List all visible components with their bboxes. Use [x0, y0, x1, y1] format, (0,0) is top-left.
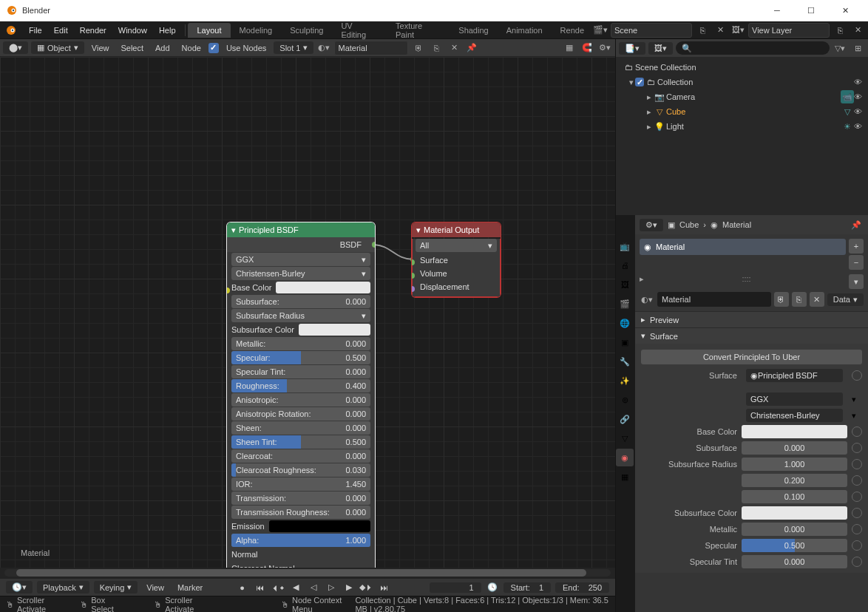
unlink-icon[interactable]: ✕ [447, 41, 461, 55]
current-frame-field[interactable]: 1 [430, 582, 481, 593]
tab-modifiers[interactable]: 🔧 [616, 353, 634, 370]
node-editor-scrollbar[interactable] [4, 569, 611, 577]
slot-selector[interactable]: Slot 1 ▾ [274, 41, 313, 54]
menu-edit[interactable]: Edit [48, 21, 74, 39]
timeline-view[interactable]: View [142, 583, 169, 592]
surface-shader-dropdown[interactable]: ◉ Principled BSDF [746, 369, 843, 382]
tab-texpaint[interactable]: Texture Paint [387, 18, 450, 42]
add-slot-button[interactable]: + [849, 239, 864, 254]
tab-world[interactable]: 🌐 [616, 314, 634, 332]
props-type-selector[interactable]: ⚙▾ [640, 219, 663, 231]
float-property[interactable]: Metallic:0.000 [231, 337, 370, 350]
blender-icon[interactable] [3, 22, 18, 38]
float-property[interactable]: Clearcoat Roughness:0.030 [231, 463, 370, 477]
node-title[interactable]: ▾ Material Output [412, 222, 501, 237]
float-property[interactable]: Alpha:1.000 [231, 534, 370, 547]
node-material-output[interactable]: ▾ Material Output All▾ Surface Volume Di… [412, 222, 501, 297]
menu-file[interactable]: File [23, 21, 48, 39]
frame-prev-button[interactable]: ◀ [289, 581, 302, 594]
tab-mesh[interactable]: ▽ [616, 429, 634, 447]
panel-preview[interactable]: ▸ Preview [635, 311, 868, 327]
new-collection-icon[interactable]: ⊞ [850, 41, 865, 55]
outliner-item-light[interactable]: ▸ 💡 Light ☀ 👁 [616, 119, 868, 134]
distribution-dropdown[interactable]: GGX▾ [231, 253, 370, 266]
viewlayer-new-icon[interactable]: ⎘ [833, 23, 847, 38]
window-close-button[interactable]: ✕ [828, 0, 862, 21]
number-field[interactable]: 0.500 [742, 539, 847, 552]
float-property[interactable]: IOR:1.450 [231, 477, 370, 491]
color-property[interactable]: Subsurface Color [231, 323, 370, 336]
tab-uv[interactable]: UV Editing [332, 18, 387, 42]
menu-window[interactable]: Window [112, 21, 153, 39]
menu-view[interactable]: View [87, 44, 114, 52]
socket-icon[interactable] [852, 475, 862, 486]
node-principled-bsdf[interactable]: ▾ Principled BSDF BSDF GGX▾ Christensen-… [227, 222, 375, 568]
shield-icon[interactable]: ⛨ [411, 41, 426, 55]
viewlayer-browse-icon[interactable]: 🖼▾ [730, 23, 745, 38]
socket-icon[interactable] [852, 370, 862, 381]
timeline-marker[interactable]: Marker [173, 583, 207, 592]
number-field[interactable]: 0.000 [742, 441, 847, 455]
tab-scene[interactable]: 🎬 [616, 295, 634, 313]
panel-surface[interactable]: ▾ Surface [635, 327, 868, 344]
material-name-field[interactable]: Material [334, 41, 408, 55]
collection-checkbox[interactable]: ✓ [635, 78, 644, 86]
material-name-field[interactable]: Material [657, 292, 771, 307]
distribution-dropdown[interactable]: GGX [746, 392, 843, 406]
visibility-icon[interactable]: 👁 [854, 92, 862, 101]
tab-output[interactable]: 🖨 [616, 256, 634, 274]
play-button[interactable]: ▷ [325, 581, 338, 594]
float-property[interactable]: Roughness:0.400 [231, 379, 370, 392]
number-field[interactable]: 0.100 [742, 490, 847, 503]
tab-render[interactable]: Rende [552, 23, 593, 38]
tab-object[interactable]: ▣ [616, 333, 634, 351]
tab-shading[interactable]: Shading [450, 23, 497, 38]
pin-icon[interactable]: 📌 [849, 217, 864, 232]
float-property[interactable]: Subsurface:0.000 [231, 295, 370, 308]
tab-sculpting[interactable]: Sculpting [281, 23, 332, 38]
viewlayer-name-field[interactable]: View Layer [748, 23, 830, 38]
disclosure-icon[interactable]: ▾ [628, 78, 635, 87]
visibility-icon[interactable]: 👁 [854, 107, 862, 116]
viewlayer-delete-icon[interactable]: ✕ [850, 23, 865, 38]
tab-texture[interactable]: ▦ [616, 468, 634, 486]
disclosure-icon[interactable]: ▸ [645, 122, 653, 132]
target-dropdown[interactable]: All▾ [416, 239, 497, 252]
socket-icon[interactable] [852, 508, 862, 518]
socket-icon[interactable] [852, 426, 862, 437]
socket-icon[interactable] [852, 492, 862, 502]
pin-icon[interactable]: 📌 [464, 41, 479, 55]
number-field[interactable]: 1.000 [742, 458, 847, 471]
disclosure-icon[interactable]: ▸ [645, 107, 653, 117]
float-property[interactable]: Sheen Tint:0.500 [231, 435, 370, 449]
copy-icon[interactable]: ⎘ [792, 292, 807, 307]
tab-animation[interactable]: Animation [498, 23, 552, 38]
light-data-icon[interactable]: ☀ [841, 120, 854, 133]
visibility-icon[interactable]: 👁 [854, 78, 862, 86]
socket-icon[interactable] [852, 557, 862, 567]
float-property[interactable]: Clearcoat:0.000 [231, 449, 370, 463]
material-slot[interactable]: ◉Material [640, 239, 846, 255]
sss-method-dropdown[interactable]: Christensen-Burley▾ [231, 267, 370, 280]
key-next-button[interactable]: ◆⏵ [360, 581, 373, 594]
number-field[interactable]: 0.200 [742, 474, 847, 487]
socket-icon[interactable] [852, 540, 862, 551]
socket-icon[interactable] [852, 443, 862, 453]
frame-next-button[interactable]: ▶ [342, 581, 356, 594]
unlink-icon[interactable]: ✕ [810, 292, 824, 307]
scene-delete-icon[interactable]: ✕ [713, 23, 728, 38]
menu-node[interactable]: Node [177, 44, 206, 52]
material-browse-icon[interactable]: ◐▾ [316, 41, 331, 55]
copy-icon[interactable]: ⎘ [429, 41, 444, 55]
scene-name-field[interactable]: Scene [611, 23, 692, 38]
clock-icon[interactable]: 🕓 [486, 581, 499, 594]
outliner-search[interactable]: 🔍 [676, 41, 830, 55]
tab-viewlayer[interactable]: 🖼 [616, 276, 634, 293]
options-icon[interactable]: ⚙▾ [597, 41, 612, 55]
autokey-button[interactable]: ● [236, 581, 249, 594]
float-property[interactable]: Transmission Roughness:0.000 [231, 506, 370, 519]
play-reverse-button[interactable]: ◁ [307, 581, 320, 594]
breadcrumb-material[interactable]: Material [722, 220, 751, 229]
tab-render[interactable]: 📺 [616, 237, 634, 255]
tab-modeling[interactable]: Modeling [231, 23, 282, 38]
